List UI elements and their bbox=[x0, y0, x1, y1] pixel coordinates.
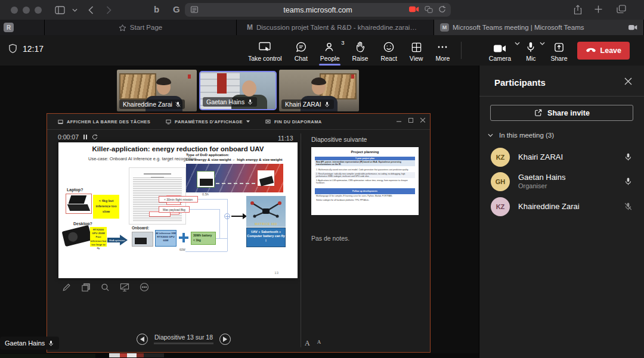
share-button[interactable]: Share bbox=[550, 38, 569, 64]
bing-icon[interactable]: b bbox=[154, 4, 159, 14]
mic-label: Mic bbox=[526, 55, 535, 62]
reload-icon[interactable] bbox=[438, 5, 446, 13]
address-bar[interactable]: teams.microsoft.com bbox=[185, 3, 451, 17]
back-icon[interactable] bbox=[88, 6, 94, 14]
video-name-tag: Gaetan Hains bbox=[203, 97, 257, 107]
camera-active-icon[interactable] bbox=[409, 6, 419, 13]
video-name-tag: Khaireddine Zarai bbox=[119, 99, 185, 109]
sidebar-icon[interactable] bbox=[55, 6, 65, 14]
pen-icon[interactable] bbox=[62, 283, 71, 292]
tab-label: Start Page bbox=[130, 24, 162, 31]
participant-row[interactable]: KZ Khaireddine Zarai bbox=[479, 195, 644, 219]
current-time: 11:13 bbox=[278, 135, 293, 142]
video-tile-gaetan[interactable]: Gaetan Hains bbox=[199, 71, 277, 110]
tab-mail-discussion[interactable]: M Discussion projet Talent & R&D - khair… bbox=[237, 20, 434, 35]
more-button[interactable]: More bbox=[434, 38, 451, 64]
forward-icon[interactable] bbox=[106, 6, 112, 14]
reader-icon[interactable] bbox=[190, 5, 199, 14]
restart-timer-icon[interactable] bbox=[92, 134, 98, 140]
duration-label: 0,5h bbox=[202, 192, 209, 196]
tab-overview-icon[interactable] bbox=[617, 5, 626, 14]
raise-hand-icon bbox=[355, 41, 366, 53]
google-icon[interactable]: G bbox=[173, 4, 180, 14]
tab-bar: R Start Page M Discussion projet Talent … bbox=[0, 20, 644, 35]
next-slide-label: Diapositive suivante bbox=[311, 136, 367, 143]
zoom-window-button[interactable] bbox=[35, 7, 42, 14]
section-chevron-icon bbox=[488, 133, 493, 137]
sabertooth-photo bbox=[132, 232, 153, 247]
mic-on-icon bbox=[624, 152, 633, 161]
participant-row[interactable]: GH Gaetan Hains Organiser bbox=[479, 170, 644, 194]
drone-caption: MATRICE 600 bbox=[246, 222, 286, 226]
take-control-button[interactable]: Take control bbox=[247, 38, 283, 64]
share-screen-icon bbox=[553, 41, 565, 53]
onboard-label: Onboard: bbox=[132, 226, 149, 230]
black-screen-icon[interactable] bbox=[120, 283, 129, 292]
gmail-icon: M bbox=[247, 23, 253, 32]
avatar: KZ bbox=[491, 148, 510, 167]
previous-slide-button[interactable] bbox=[137, 334, 148, 345]
minimize-window-button[interactable] bbox=[23, 7, 30, 14]
more-options-icon[interactable] bbox=[140, 282, 149, 292]
tab-teams-meeting[interactable]: M Microsoft Teams meeting | Microsoft Te… bbox=[434, 20, 644, 35]
tab-start-page[interactable]: Start Page bbox=[45, 20, 237, 35]
leave-button[interactable]: Leave bbox=[577, 42, 630, 60]
camera-button[interactable]: Camera bbox=[488, 38, 512, 64]
next-slide-thumbnail[interactable]: Project planning 1 year project plan New… bbox=[311, 147, 419, 215]
zoom-slide-icon[interactable] bbox=[101, 283, 110, 292]
camera-chevron-icon[interactable] bbox=[515, 42, 520, 45]
see-all-slides-icon[interactable] bbox=[81, 283, 91, 292]
plan-item: Similar codegen for all hardware platfor… bbox=[315, 198, 415, 202]
restore-icon[interactable] bbox=[408, 117, 413, 123]
slideshow-timer: 0:00:07 bbox=[58, 133, 79, 141]
webpage-translate-icon[interactable] bbox=[425, 6, 433, 13]
pause-timer-icon[interactable] bbox=[83, 135, 87, 139]
url-text: teams.microsoft.com bbox=[283, 6, 352, 14]
smiley-icon bbox=[383, 41, 395, 53]
react-button[interactable]: React bbox=[379, 38, 398, 64]
next-slide-button[interactable] bbox=[219, 334, 231, 345]
slide-title: Killer-application: energy reduction for… bbox=[58, 145, 298, 152]
end-slideshow-menu-item[interactable]: Fin du diaporama bbox=[265, 119, 322, 124]
share-invite-label: Share invite bbox=[547, 109, 590, 117]
people-button[interactable]: 3 People bbox=[319, 38, 341, 64]
camera-label: Camera bbox=[489, 55, 511, 62]
new-tab-icon[interactable] bbox=[595, 5, 602, 13]
pinned-tab[interactable]: R bbox=[0, 20, 45, 35]
profile-badge: R bbox=[4, 23, 14, 32]
meeting-stage: Khaireddine Zarai Gaetan Hains bbox=[0, 66, 479, 358]
display-settings-menu-item[interactable]: Paramètres d'affichage bbox=[166, 119, 250, 124]
tab-label: Microsoft Teams meeting | Microsoft Team… bbox=[453, 24, 584, 31]
chevron-down-icon[interactable] bbox=[72, 8, 78, 12]
show-taskbar-menu-item[interactable]: Afficher la barre des tâches bbox=[58, 119, 150, 124]
teams-favicon: M bbox=[440, 23, 449, 32]
more-label: More bbox=[435, 55, 450, 62]
browser-titlebar: b G teams.microsoft.com bbox=[0, 0, 644, 20]
mic-chevron-icon[interactable] bbox=[540, 42, 545, 45]
view-button[interactable]: View bbox=[408, 38, 425, 64]
close-icon[interactable] bbox=[420, 117, 425, 123]
video-tile-khairi[interactable]: Khairi ZARAI bbox=[279, 70, 359, 111]
participant-row[interactable]: KZ Khairi ZARAI bbox=[479, 145, 644, 169]
close-window-button[interactable] bbox=[11, 7, 18, 14]
laptop-image bbox=[66, 194, 92, 214]
participant-name: Khaireddine Zarai bbox=[518, 202, 580, 211]
sum-node bbox=[224, 213, 230, 219]
dod-caption: Type of DoD application: Low energy & si… bbox=[186, 152, 289, 162]
panel-divider bbox=[479, 96, 644, 96]
video-tile-khaireddine[interactable]: Khaireddine Zarai bbox=[117, 70, 197, 111]
in-this-meeting-header[interactable]: In this meeting (3) bbox=[488, 132, 554, 139]
share-invite-button[interactable]: Share invite bbox=[490, 105, 633, 121]
desktop-edge-strip bbox=[0, 353, 479, 358]
chat-button[interactable]: Chat bbox=[293, 38, 309, 64]
avatar: KZ bbox=[491, 197, 510, 216]
minimize-icon[interactable] bbox=[397, 117, 401, 123]
person-hair bbox=[311, 77, 326, 85]
result-arrow bbox=[231, 216, 243, 217]
raise-hand-button[interactable]: Raise bbox=[351, 38, 370, 64]
panel-title: Participants bbox=[494, 77, 546, 88]
hw-box: AI inference HW RTX2000 GPU 60W bbox=[155, 230, 177, 247]
close-panel-icon[interactable] bbox=[624, 77, 632, 85]
mic-button[interactable]: Mic bbox=[525, 38, 537, 64]
share-page-icon[interactable] bbox=[574, 5, 582, 15]
